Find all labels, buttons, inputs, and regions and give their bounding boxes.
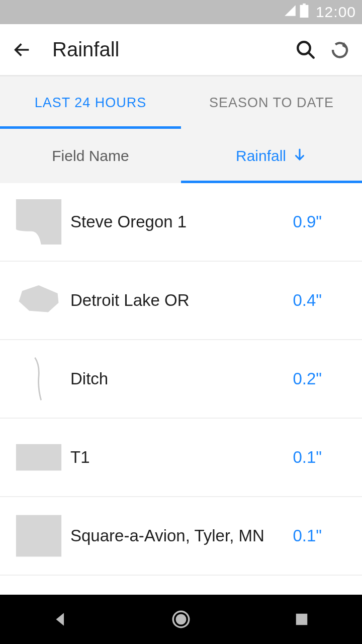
app-bar: Rainfall (0, 24, 362, 76)
rainfall-value: 0.1" (293, 526, 322, 545)
status-bar: 12:00 (0, 0, 362, 24)
svg-point-9 (176, 614, 187, 625)
nav-back-button[interactable] (45, 604, 75, 634)
tab-season-to-date[interactable]: SEASON TO DATE (181, 76, 362, 129)
status-time: 12:00 (316, 4, 356, 21)
sort-label: Rainfall (236, 147, 286, 165)
nav-recent-button[interactable] (287, 604, 317, 634)
svg-rect-4 (16, 444, 61, 471)
field-name: Square-a-Avion, Tyler, MN (70, 526, 293, 545)
tab-label: SEASON TO DATE (209, 95, 334, 111)
tab-label: LAST 24 HOURS (35, 95, 147, 111)
field-shape-icon (15, 198, 62, 246)
list-item[interactable]: Ditch 0.2" (0, 340, 362, 419)
nav-back-icon (52, 611, 69, 628)
list-item[interactable]: Square-a-Avion, Tyler, MN 0.1" (0, 497, 362, 576)
arrow-down-icon (292, 147, 307, 166)
field-name: Detroit Lake OR (70, 291, 293, 310)
battery-icon (300, 4, 309, 21)
back-button[interactable] (8, 36, 36, 64)
sort-field-name[interactable]: Field Name (0, 129, 181, 183)
refresh-button[interactable] (326, 36, 354, 64)
arrow-left-icon (12, 40, 32, 60)
field-name: Ditch (70, 369, 293, 388)
signal-icon (284, 4, 297, 21)
tabs: LAST 24 HOURS SEASON TO DATE (0, 76, 362, 129)
field-shape-icon (15, 512, 62, 559)
svg-rect-0 (300, 5, 309, 17)
field-name: Steve Oregon 1 (70, 212, 293, 231)
sort-header: Field Name Rainfall (0, 129, 362, 183)
sort-rainfall[interactable]: Rainfall (181, 129, 362, 183)
field-shape-icon (15, 355, 62, 403)
tab-last-24-hours[interactable]: LAST 24 HOURS (0, 76, 181, 129)
rainfall-value: 0.4" (293, 291, 322, 310)
svg-rect-10 (296, 614, 308, 625)
rainfall-value: 0.2" (293, 369, 322, 388)
system-nav-bar (0, 595, 362, 644)
page-title: Rainfall (52, 38, 286, 61)
nav-recent-icon (294, 612, 309, 627)
rainfall-value: 0.1" (293, 448, 322, 467)
field-shape-icon (15, 277, 62, 324)
nav-home-button[interactable] (166, 604, 196, 634)
status-icons: 12:00 (284, 4, 356, 21)
list-item[interactable]: T1 0.1" (0, 419, 362, 497)
field-list: Steve Oregon 1 0.9" Detroit Lake OR 0.4"… (0, 183, 362, 584)
field-name: T1 (70, 448, 293, 467)
refresh-icon (329, 39, 350, 60)
search-button[interactable] (292, 36, 320, 64)
nav-home-icon (170, 609, 192, 630)
list-item[interactable]: Detroit Lake OR 0.4" (0, 262, 362, 340)
svg-rect-1 (303, 4, 306, 5)
svg-line-3 (308, 52, 314, 58)
sort-label: Field Name (52, 147, 129, 165)
rainfall-value: 0.9" (293, 212, 322, 231)
list-item-partial (0, 576, 362, 584)
svg-rect-5 (16, 515, 61, 557)
search-icon (295, 39, 316, 60)
list-item[interactable]: Steve Oregon 1 0.9" (0, 183, 362, 262)
field-shape-icon (15, 434, 62, 481)
